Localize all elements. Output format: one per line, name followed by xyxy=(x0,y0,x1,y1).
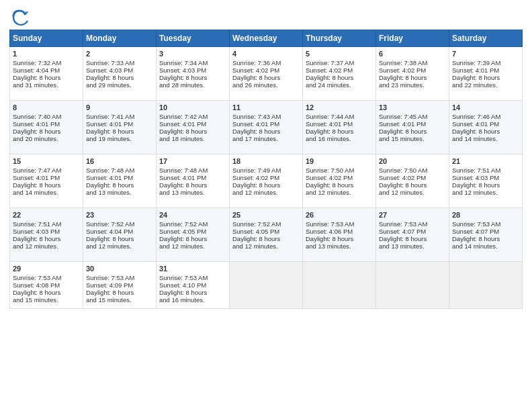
calendar-cell: 25Sunrise: 7:52 AMSunset: 4:05 PMDayligh… xyxy=(230,208,303,262)
day-info: Sunrise: 7:42 AM xyxy=(159,113,226,120)
day-info: Sunrise: 7:43 AM xyxy=(232,113,300,120)
calendar-cell xyxy=(230,262,303,309)
day-info: and 13 minutes. xyxy=(306,242,373,250)
day-number: 18 xyxy=(232,157,300,165)
day-info: and 15 minutes. xyxy=(379,135,446,142)
day-info: Sunrise: 7:36 AM xyxy=(232,59,300,66)
day-info: and 17 minutes. xyxy=(232,135,300,142)
day-info: and 26 minutes. xyxy=(232,81,300,89)
day-info: Sunrise: 7:53 AM xyxy=(452,220,519,228)
calendar-cell: 14Sunrise: 7:46 AMSunset: 4:01 PMDayligh… xyxy=(449,101,523,154)
day-info: Sunrise: 7:38 AM xyxy=(379,59,446,66)
day-number: 10 xyxy=(159,103,226,111)
day-number: 26 xyxy=(306,211,373,219)
day-info: Sunset: 4:05 PM xyxy=(159,228,226,235)
calendar-cell: 23Sunrise: 7:52 AMSunset: 4:04 PMDayligh… xyxy=(83,208,157,262)
day-number: 11 xyxy=(232,103,300,111)
day-info: Daylight: 8 hours xyxy=(306,74,373,81)
day-info: Daylight: 8 hours xyxy=(86,128,153,135)
calendar-cell: 8Sunrise: 7:40 AMSunset: 4:01 PMDaylight… xyxy=(10,101,83,154)
day-info: Sunset: 4:01 PM xyxy=(232,120,300,128)
day-info: Sunset: 4:01 PM xyxy=(86,120,153,128)
day-header-tuesday: Tuesday xyxy=(157,30,230,47)
day-number: 28 xyxy=(452,211,519,219)
day-number: 7 xyxy=(452,50,519,58)
day-info: Daylight: 8 hours xyxy=(159,128,226,135)
day-info: and 15 minutes. xyxy=(86,296,153,304)
day-info: Sunrise: 7:34 AM xyxy=(159,59,226,66)
day-info: Sunrise: 7:50 AM xyxy=(379,167,446,174)
day-number: 21 xyxy=(452,157,519,165)
day-info: Daylight: 8 hours xyxy=(86,74,153,81)
day-header-monday: Monday xyxy=(83,30,157,47)
day-info: Daylight: 8 hours xyxy=(232,181,300,189)
day-info: and 12 minutes. xyxy=(159,242,226,250)
calendar-cell: 5Sunrise: 7:37 AMSunset: 4:02 PMDaylight… xyxy=(303,47,376,101)
day-info: Sunrise: 7:33 AM xyxy=(86,59,153,66)
day-info: Sunrise: 7:53 AM xyxy=(13,274,80,281)
calendar-cell: 4Sunrise: 7:36 AMSunset: 4:02 PMDaylight… xyxy=(230,47,303,101)
day-info: Daylight: 8 hours xyxy=(13,235,80,242)
day-info: and 14 minutes. xyxy=(452,135,519,142)
day-info: Daylight: 8 hours xyxy=(13,181,80,189)
day-header-saturday: Saturday xyxy=(449,30,523,47)
calendar-cell: 21Sunrise: 7:51 AMSunset: 4:03 PMDayligh… xyxy=(449,154,523,208)
day-info: Sunrise: 7:53 AM xyxy=(159,274,226,281)
calendar-header-row: SundayMondayTuesdayWednesdayThursdayFrid… xyxy=(10,30,523,47)
calendar-cell: 7Sunrise: 7:39 AMSunset: 4:01 PMDaylight… xyxy=(449,47,523,101)
day-info: Daylight: 8 hours xyxy=(86,289,153,296)
day-info: and 16 minutes. xyxy=(159,296,226,304)
day-info: and 12 minutes. xyxy=(86,242,153,250)
calendar-cell: 28Sunrise: 7:53 AMSunset: 4:07 PMDayligh… xyxy=(449,208,523,262)
day-info: Sunrise: 7:46 AM xyxy=(452,113,519,120)
day-info: Sunset: 4:03 PM xyxy=(452,174,519,181)
day-info: Sunset: 4:08 PM xyxy=(13,281,80,289)
day-header-sunday: Sunday xyxy=(10,30,83,47)
day-number: 25 xyxy=(232,211,300,219)
day-info: Sunrise: 7:44 AM xyxy=(306,113,373,120)
day-info: Sunset: 4:02 PM xyxy=(379,174,446,181)
day-info: and 14 minutes. xyxy=(13,189,80,196)
day-info: and 12 minutes. xyxy=(452,189,519,196)
day-info: Sunset: 4:07 PM xyxy=(452,228,519,235)
day-header-friday: Friday xyxy=(376,30,449,47)
day-info: and 15 minutes. xyxy=(13,296,80,304)
day-info: and 16 minutes. xyxy=(306,135,373,142)
calendar-cell xyxy=(303,262,376,309)
calendar-cell: 26Sunrise: 7:53 AMSunset: 4:06 PMDayligh… xyxy=(303,208,376,262)
day-info: and 13 minutes. xyxy=(379,242,446,250)
header xyxy=(9,7,523,27)
week-row-5: 29Sunrise: 7:53 AMSunset: 4:08 PMDayligh… xyxy=(10,262,523,309)
calendar-cell xyxy=(449,262,523,309)
calendar-cell: 11Sunrise: 7:43 AMSunset: 4:01 PMDayligh… xyxy=(230,101,303,154)
calendar-cell: 3Sunrise: 7:34 AMSunset: 4:03 PMDaylight… xyxy=(157,47,230,101)
day-info: and 23 minutes. xyxy=(379,81,446,89)
day-info: Sunset: 4:09 PM xyxy=(86,281,153,289)
day-info: Sunrise: 7:51 AM xyxy=(13,220,80,228)
day-info: Sunset: 4:02 PM xyxy=(306,66,373,74)
day-info: Sunrise: 7:41 AM xyxy=(86,113,153,120)
day-number: 13 xyxy=(379,103,446,111)
day-info: Daylight: 8 hours xyxy=(159,289,226,296)
day-number: 1 xyxy=(13,50,80,58)
day-info: Sunset: 4:06 PM xyxy=(306,228,373,235)
day-info: Daylight: 8 hours xyxy=(306,128,373,135)
calendar-cell: 18Sunrise: 7:49 AMSunset: 4:02 PMDayligh… xyxy=(230,154,303,208)
day-info: Sunrise: 7:50 AM xyxy=(306,167,373,174)
day-info: Sunrise: 7:47 AM xyxy=(13,167,80,174)
day-number: 6 xyxy=(379,50,446,58)
calendar-body: 1Sunrise: 7:32 AMSunset: 4:04 PMDaylight… xyxy=(10,47,523,309)
day-info: Sunset: 4:10 PM xyxy=(159,281,226,289)
day-info: Daylight: 8 hours xyxy=(232,235,300,242)
day-info: and 12 minutes. xyxy=(306,189,373,196)
day-info: and 13 minutes. xyxy=(159,189,226,196)
calendar-cell: 16Sunrise: 7:48 AMSunset: 4:01 PMDayligh… xyxy=(83,154,157,208)
day-info: Sunset: 4:03 PM xyxy=(159,66,226,74)
calendar-cell: 31Sunrise: 7:53 AMSunset: 4:10 PMDayligh… xyxy=(157,262,230,309)
week-row-2: 8Sunrise: 7:40 AMSunset: 4:01 PMDaylight… xyxy=(10,101,523,154)
calendar-cell: 20Sunrise: 7:50 AMSunset: 4:02 PMDayligh… xyxy=(376,154,449,208)
calendar-cell: 15Sunrise: 7:47 AMSunset: 4:01 PMDayligh… xyxy=(10,154,83,208)
logo-icon xyxy=(9,7,30,27)
day-info: Daylight: 8 hours xyxy=(379,128,446,135)
day-info: Sunrise: 7:49 AM xyxy=(232,167,300,174)
